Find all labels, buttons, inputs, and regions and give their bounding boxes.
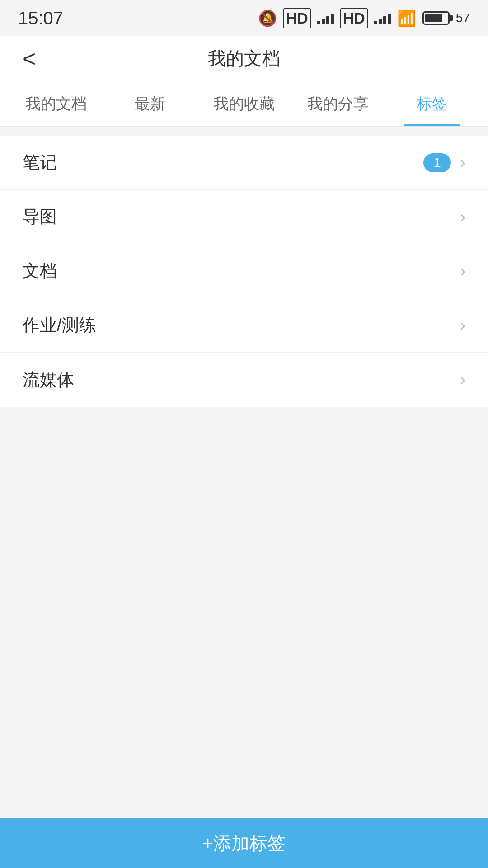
tab-bar: 我的文档 最新 我的收藏 我的分享 标签: [0, 81, 488, 127]
tab-shared[interactable]: 我的分享: [291, 81, 385, 126]
back-button[interactable]: <: [18, 41, 40, 76]
battery-icon: [422, 11, 450, 25]
add-tag-button[interactable]: +添加标签: [0, 818, 488, 868]
signal-bars-1: [317, 12, 334, 24]
tab-recent[interactable]: 最新: [103, 81, 197, 126]
chevron-icon-notes: ›: [460, 153, 465, 172]
list-item-label-notes: 笔记: [23, 151, 57, 174]
hd-label-2: HD: [340, 8, 368, 28]
page-title: 我的文档: [208, 46, 280, 71]
list-item-label-streaming: 流媒体: [23, 368, 74, 392]
wifi-icon: 📶: [397, 9, 416, 27]
notification-mute-icon: 🔕: [258, 9, 277, 27]
list-item-homework[interactable]: 作业/测练 ›: [0, 298, 488, 353]
list-item-label-homework: 作业/测练: [23, 314, 96, 337]
add-tag-label: +添加标签: [202, 831, 285, 856]
list-item-streaming[interactable]: 流媒体 ›: [0, 353, 488, 407]
list-item-label-docs: 文档: [23, 259, 57, 283]
chevron-icon-docs: ›: [460, 262, 465, 281]
status-time: 15:07: [18, 8, 63, 28]
list-item-docs[interactable]: 文档 ›: [0, 244, 488, 298]
chevron-icon-homework: ›: [460, 316, 465, 335]
battery-level: 57: [456, 11, 470, 25]
tab-my-docs[interactable]: 我的文档: [9, 81, 103, 126]
chevron-icon-mindmap: ›: [460, 208, 465, 226]
list-item-notes[interactable]: 笔记 1 ›: [0, 136, 488, 190]
status-bar: 15:07 🔕 HD HD 📶 57: [0, 0, 488, 36]
list-item-mindmap[interactable]: 导图 ›: [0, 190, 488, 244]
tag-list: 笔记 1 › 导图 › 文档 › 作业/测练 › 流: [0, 136, 488, 407]
badge-notes: 1: [423, 153, 451, 172]
chevron-icon-streaming: ›: [460, 370, 465, 389]
tab-tags[interactable]: 标签: [385, 81, 479, 126]
tab-favorites[interactable]: 我的收藏: [197, 81, 291, 126]
signal-bars-2: [374, 12, 391, 24]
status-icons: 🔕 HD HD 📶 57: [258, 8, 470, 28]
top-nav-bar: < 我的文档: [0, 36, 488, 81]
hd-label: HD: [283, 8, 311, 28]
list-item-label-mindmap: 导图: [23, 205, 57, 228]
